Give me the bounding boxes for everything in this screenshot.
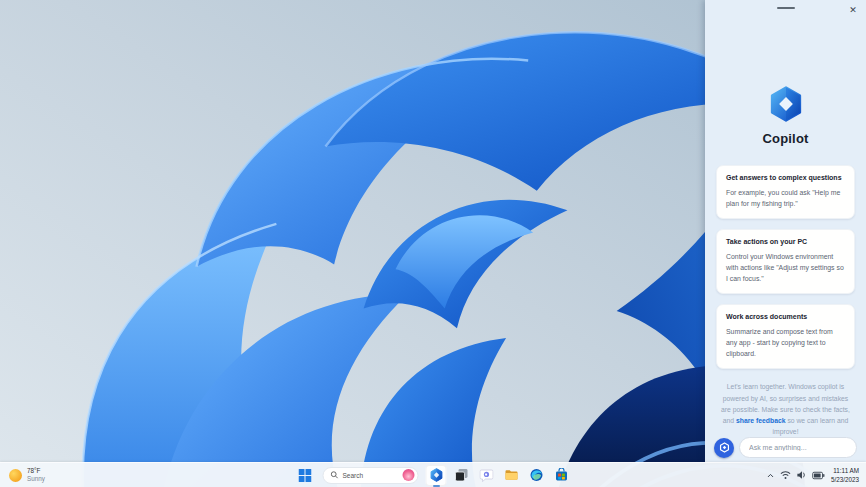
card-body: Summarize and compose text from any app …	[726, 326, 845, 359]
chat-icon[interactable]	[476, 465, 497, 486]
card-complex-questions[interactable]: Get answers to complex questions For exa…	[716, 165, 855, 219]
suggestion-cards: Get answers to complex questions For exa…	[705, 165, 866, 369]
card-heading: Work across documents	[726, 313, 845, 320]
copilot-panel: ✕ Copilot Get answers to complex qu	[705, 0, 866, 462]
copilot-logo	[705, 86, 866, 122]
file-explorer-icon[interactable]	[501, 465, 522, 486]
weather-widget[interactable]: 78°F Sunny	[4, 463, 50, 487]
desktop: ✕ Copilot Get answers to complex qu	[0, 0, 866, 487]
search-placeholder: Search	[343, 472, 399, 479]
battery-icon	[812, 471, 825, 480]
weather-temperature: 78°F	[27, 467, 45, 476]
weather-condition: Sunny	[27, 475, 45, 484]
close-icon[interactable]: ✕	[846, 3, 860, 17]
copilot-taskbar-icon[interactable]	[426, 465, 447, 486]
taskbar: 78°F Sunny Search	[0, 462, 866, 487]
clock[interactable]: 11:11 AM 5/23/2023	[831, 466, 859, 485]
taskbar-center: Search	[295, 463, 572, 487]
copilot-mini-icon[interactable]	[714, 438, 734, 458]
wifi-icon	[780, 470, 791, 480]
card-heading: Take actions on your PC	[726, 238, 845, 245]
card-take-actions[interactable]: Take actions on your PC Control your Win…	[716, 229, 855, 294]
copilot-input-row	[705, 437, 866, 462]
system-tray: 11:11 AM 5/23/2023	[762, 463, 863, 487]
search-icon	[331, 471, 339, 479]
store-icon[interactable]	[551, 465, 572, 486]
search-highlight-image	[403, 469, 415, 481]
share-feedback-link[interactable]: share feedback	[736, 417, 786, 424]
tray-icons[interactable]	[766, 470, 825, 480]
task-view-icon[interactable]	[451, 465, 472, 486]
card-heading: Get answers to complex questions	[726, 174, 845, 181]
tray-time: 11:11 AM	[831, 466, 859, 475]
tray-date: 5/23/2023	[831, 475, 859, 484]
sun-icon	[9, 469, 22, 482]
start-button[interactable]	[295, 465, 316, 486]
ask-me-anything-input[interactable]	[739, 437, 857, 458]
show-hidden-icons-chevron	[766, 471, 775, 480]
card-work-across-documents[interactable]: Work across documents Summarize and comp…	[716, 304, 855, 369]
volume-icon	[796, 470, 807, 480]
edge-icon[interactable]	[526, 465, 547, 486]
ai-disclaimer: Let's learn together. Windows copilot is…	[718, 381, 853, 437]
panel-drag-handle[interactable]	[777, 7, 795, 9]
windows-logo-icon	[299, 469, 312, 482]
card-body: Control your Windows environment with ac…	[726, 251, 845, 284]
copilot-title: Copilot	[705, 131, 866, 146]
search-box[interactable]: Search	[323, 467, 419, 484]
card-body: For example, you could ask "Help me plan…	[726, 187, 845, 209]
